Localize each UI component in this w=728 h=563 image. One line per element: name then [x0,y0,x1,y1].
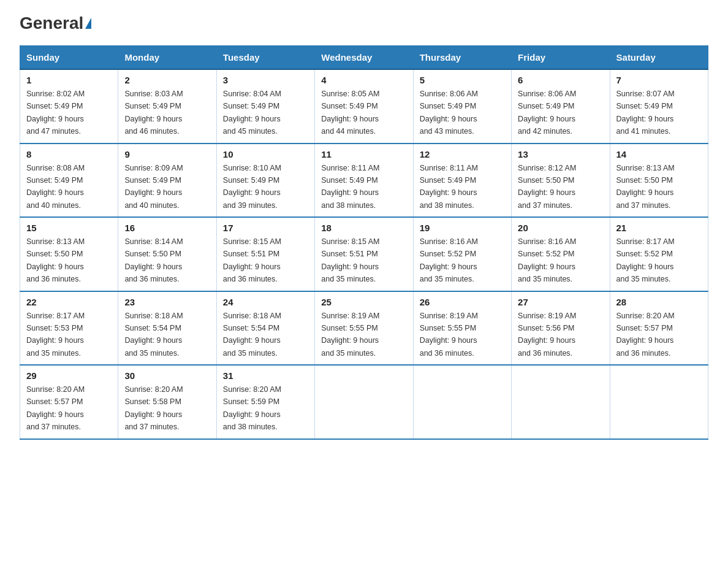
day-info: Sunrise: 8:19 AMSunset: 5:56 PMDaylight:… [518,312,576,358]
calendar-day-4: 4 Sunrise: 8:05 AMSunset: 5:49 PMDayligh… [315,69,413,144]
calendar-day-3: 3 Sunrise: 8:04 AMSunset: 5:49 PMDayligh… [216,69,314,144]
calendar-week-row: 22 Sunrise: 8:17 AMSunset: 5:53 PMDaylig… [20,291,708,366]
day-info: Sunrise: 8:07 AMSunset: 5:49 PMDaylight:… [616,90,675,136]
calendar-day-22: 22 Sunrise: 8:17 AMSunset: 5:53 PMDaylig… [20,291,118,366]
day-info: Sunrise: 8:04 AMSunset: 5:49 PMDaylight:… [223,90,281,136]
calendar-day-16: 16 Sunrise: 8:14 AMSunset: 5:50 PMDaylig… [118,217,216,291]
day-number: 6 [518,75,603,85]
calendar-day-25: 25 Sunrise: 8:19 AMSunset: 5:55 PMDaylig… [315,291,413,366]
day-number: 7 [616,75,702,85]
day-info: Sunrise: 8:12 AMSunset: 5:50 PMDaylight:… [518,164,576,210]
day-info: Sunrise: 8:10 AMSunset: 5:49 PMDaylight:… [223,164,281,210]
day-info: Sunrise: 8:11 AMSunset: 5:49 PMDaylight:… [321,164,379,210]
day-number: 12 [420,149,505,159]
day-number: 21 [616,223,702,233]
calendar-day-5: 5 Sunrise: 8:06 AMSunset: 5:49 PMDayligh… [413,69,511,144]
calendar-day-14: 14 Sunrise: 8:13 AMSunset: 5:50 PMDaylig… [610,144,708,218]
calendar-day-19: 19 Sunrise: 8:16 AMSunset: 5:52 PMDaylig… [413,217,511,291]
calendar-day-empty [413,365,511,439]
calendar-day-12: 12 Sunrise: 8:11 AMSunset: 5:49 PMDaylig… [413,144,511,218]
day-number: 14 [616,149,702,159]
day-number: 2 [124,75,210,85]
calendar-header-thursday: Thursday [413,46,511,70]
calendar-day-26: 26 Sunrise: 8:19 AMSunset: 5:55 PMDaylig… [413,291,511,366]
logo-triangle-icon [85,18,91,29]
day-number: 3 [223,75,308,85]
calendar-day-31: 31 Sunrise: 8:20 AMSunset: 5:59 PMDaylig… [216,365,314,439]
day-number: 26 [420,297,505,307]
calendar-day-20: 20 Sunrise: 8:16 AMSunset: 5:52 PMDaylig… [512,217,610,291]
day-info: Sunrise: 8:19 AMSunset: 5:55 PMDaylight:… [420,312,478,358]
page-header: General [20,15,708,31]
day-info: Sunrise: 8:09 AMSunset: 5:49 PMDaylight:… [124,164,183,210]
calendar-day-7: 7 Sunrise: 8:07 AMSunset: 5:49 PMDayligh… [610,69,708,144]
calendar-day-15: 15 Sunrise: 8:13 AMSunset: 5:50 PMDaylig… [20,217,118,291]
day-info: Sunrise: 8:02 AMSunset: 5:49 PMDaylight:… [26,90,85,136]
calendar-day-6: 6 Sunrise: 8:06 AMSunset: 5:49 PMDayligh… [512,69,610,144]
calendar-header-tuesday: Tuesday [216,46,314,70]
day-info: Sunrise: 8:14 AMSunset: 5:50 PMDaylight:… [124,237,183,283]
day-number: 4 [321,75,406,85]
calendar-header-friday: Friday [512,46,610,70]
calendar-day-13: 13 Sunrise: 8:12 AMSunset: 5:50 PMDaylig… [512,144,610,218]
day-number: 1 [26,75,112,85]
day-info: Sunrise: 8:20 AMSunset: 5:58 PMDaylight:… [124,385,183,431]
calendar-day-empty [610,365,708,439]
calendar-day-1: 1 Sunrise: 8:02 AMSunset: 5:49 PMDayligh… [20,69,118,144]
day-info: Sunrise: 8:20 AMSunset: 5:57 PMDaylight:… [26,385,85,431]
calendar-week-row: 8 Sunrise: 8:08 AMSunset: 5:49 PMDayligh… [20,144,708,218]
day-number: 27 [518,297,603,307]
calendar-header-sunday: Sunday [20,46,118,70]
day-number: 29 [26,370,112,381]
calendar-day-21: 21 Sunrise: 8:17 AMSunset: 5:52 PMDaylig… [610,217,708,291]
day-number: 9 [124,149,210,159]
logo: General [20,15,91,31]
day-number: 20 [518,223,603,233]
day-info: Sunrise: 8:16 AMSunset: 5:52 PMDaylight:… [518,237,576,283]
day-info: Sunrise: 8:18 AMSunset: 5:54 PMDaylight:… [223,312,281,358]
calendar-week-row: 1 Sunrise: 8:02 AMSunset: 5:49 PMDayligh… [20,69,708,144]
day-info: Sunrise: 8:06 AMSunset: 5:49 PMDaylight:… [420,90,478,136]
day-info: Sunrise: 8:06 AMSunset: 5:49 PMDaylight:… [518,90,576,136]
calendar-header-row: SundayMondayTuesdayWednesdayThursdayFrid… [20,46,708,70]
day-number: 22 [26,297,112,307]
day-number: 25 [321,297,406,307]
calendar-day-18: 18 Sunrise: 8:15 AMSunset: 5:51 PMDaylig… [315,217,413,291]
day-info: Sunrise: 8:13 AMSunset: 5:50 PMDaylight:… [616,164,675,210]
calendar-table: SundayMondayTuesdayWednesdayThursdayFrid… [20,45,708,440]
calendar-header-monday: Monday [118,46,216,70]
calendar-day-17: 17 Sunrise: 8:15 AMSunset: 5:51 PMDaylig… [216,217,314,291]
day-number: 11 [321,149,406,159]
day-number: 18 [321,223,406,233]
calendar-day-29: 29 Sunrise: 8:20 AMSunset: 5:57 PMDaylig… [20,365,118,439]
day-info: Sunrise: 8:15 AMSunset: 5:51 PMDaylight:… [321,237,379,283]
calendar-day-24: 24 Sunrise: 8:18 AMSunset: 5:54 PMDaylig… [216,291,314,366]
day-number: 13 [518,149,603,159]
calendar-day-30: 30 Sunrise: 8:20 AMSunset: 5:58 PMDaylig… [118,365,216,439]
calendar-day-27: 27 Sunrise: 8:19 AMSunset: 5:56 PMDaylig… [512,291,610,366]
day-info: Sunrise: 8:03 AMSunset: 5:49 PMDaylight:… [124,90,183,136]
day-number: 17 [223,223,308,233]
day-number: 15 [26,223,112,233]
calendar-day-10: 10 Sunrise: 8:10 AMSunset: 5:49 PMDaylig… [216,144,314,218]
calendar-day-8: 8 Sunrise: 8:08 AMSunset: 5:49 PMDayligh… [20,144,118,218]
day-info: Sunrise: 8:16 AMSunset: 5:52 PMDaylight:… [420,237,478,283]
day-number: 19 [420,223,505,233]
day-info: Sunrise: 8:20 AMSunset: 5:59 PMDaylight:… [223,385,281,431]
day-info: Sunrise: 8:15 AMSunset: 5:51 PMDaylight:… [223,237,281,283]
day-info: Sunrise: 8:13 AMSunset: 5:50 PMDaylight:… [26,237,85,283]
day-info: Sunrise: 8:19 AMSunset: 5:55 PMDaylight:… [321,312,379,358]
day-number: 30 [124,370,210,381]
calendar-day-11: 11 Sunrise: 8:11 AMSunset: 5:49 PMDaylig… [315,144,413,218]
calendar-day-23: 23 Sunrise: 8:18 AMSunset: 5:54 PMDaylig… [118,291,216,366]
day-number: 16 [124,223,210,233]
day-info: Sunrise: 8:17 AMSunset: 5:52 PMDaylight:… [616,237,675,283]
day-number: 24 [223,297,308,307]
day-info: Sunrise: 8:18 AMSunset: 5:54 PMDaylight:… [124,312,183,358]
calendar-day-9: 9 Sunrise: 8:09 AMSunset: 5:49 PMDayligh… [118,144,216,218]
calendar-day-empty [315,365,413,439]
day-number: 8 [26,149,112,159]
day-info: Sunrise: 8:11 AMSunset: 5:49 PMDaylight:… [420,164,478,210]
day-info: Sunrise: 8:20 AMSunset: 5:57 PMDaylight:… [616,312,675,358]
day-number: 10 [223,149,308,159]
